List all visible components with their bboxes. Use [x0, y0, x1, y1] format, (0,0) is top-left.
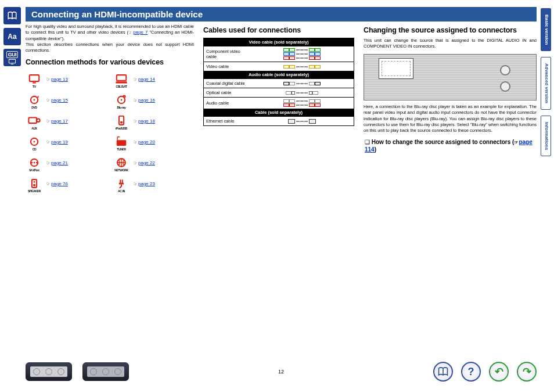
ipod-icon: iPod/USB — [113, 112, 130, 130]
device-cd: CD☞page 19 — [26, 132, 107, 151]
intro-line2: This section describes connections when … — [26, 42, 194, 53]
cable-name: Coaxial digital cable — [204, 79, 250, 88]
cable-section-header: Audio cable (sold separately) — [204, 71, 354, 79]
cable-visual — [250, 98, 354, 109]
device-bluray: Blu-ray☞page 16 — [113, 91, 194, 109]
aa-icon[interactable]: Aa — [3, 28, 21, 45]
page-footer: 12 ? ↶ ↷ — [26, 362, 537, 382]
device-link-ipod[interactable]: page 18 — [138, 118, 155, 124]
sub-h-a: How to change the source assigned to con… — [372, 139, 515, 145]
cbl-icon: CBL/SAT — [113, 70, 130, 88]
device-cbl: CBL/SAT☞page 14 — [113, 70, 194, 88]
svg-point-18 — [31, 162, 33, 164]
cable-name: Component video cable — [204, 46, 250, 62]
device-link-cd[interactable]: page 19 — [51, 139, 68, 145]
device-link-acin[interactable]: page 23 — [138, 181, 155, 186]
receiver-rear-button[interactable] — [82, 362, 129, 381]
svg-rect-0 — [9, 59, 15, 63]
svg-point-24 — [33, 184, 35, 186]
cable-name: Optical cable — [204, 88, 250, 98]
device-speaker: SPEAKER☞page 76 — [26, 174, 107, 193]
cable-visual — [250, 62, 354, 71]
aux-icon: AUX — [26, 112, 43, 130]
gui-icon[interactable]: GUI — [3, 49, 21, 66]
intro-page-link[interactable]: page 7 — [133, 30, 148, 35]
device-link-speaker[interactable]: page 76 — [51, 181, 68, 186]
device-mxport: M-XPort☞page 21 — [26, 153, 107, 172]
cable-name: Video cable — [204, 62, 250, 71]
svg-point-11 — [37, 119, 40, 123]
device-tv: TV☞page 13 — [26, 70, 107, 88]
svg-rect-4 — [116, 81, 127, 83]
device-link-dvd[interactable]: page 15 — [51, 98, 68, 103]
footer-left — [26, 362, 129, 381]
device-network: NETWORK☞page 22 — [113, 153, 194, 172]
svg-rect-1 — [30, 75, 39, 81]
cable-row: Optical cable — [204, 88, 354, 98]
svg-point-8 — [121, 99, 123, 101]
contents-button[interactable] — [433, 362, 453, 382]
tab-informations[interactable]: Informations — [541, 116, 551, 156]
device-link-tuner[interactable]: page 20 — [138, 139, 155, 145]
cable-visual — [250, 117, 354, 126]
page-title-banner: Connecting an HDMI-incompatible device — [26, 7, 537, 21]
cable-name: Audio cable — [204, 98, 250, 109]
svg-rect-10 — [28, 118, 37, 124]
device-link-network[interactable]: page 22 — [138, 160, 155, 166]
network-icon: NETWORK — [113, 154, 130, 171]
page-number: 12 — [278, 369, 284, 375]
device-tuner: TUNER☞page 20 — [113, 132, 194, 151]
device-link-tv[interactable]: page 13 — [51, 77, 68, 82]
cable-section-header: Video cable (sold separately) — [204, 38, 354, 46]
cable-table: Video cable (sold separately)Component v… — [203, 38, 354, 126]
svg-point-15 — [34, 141, 35, 143]
svg-rect-2 — [33, 82, 36, 84]
left-nav-strip: Aa GUI — [3, 7, 21, 66]
tab-advanced[interactable]: Advanced version — [541, 57, 551, 110]
heading-connection-methods: Connection methods for various devices — [26, 58, 194, 66]
source-p2: Here, a connection to the Blu-ray disc p… — [364, 104, 537, 134]
heading-cables: Cables used for connections — [203, 26, 354, 34]
sub-h-b: ) — [375, 146, 376, 153]
mxport-icon: M-XPort — [26, 154, 43, 171]
intro-text: For high quality video and surround play… — [26, 24, 194, 53]
cd-icon: CD — [26, 133, 43, 150]
footer-right: ? ↶ ↷ — [433, 362, 537, 382]
column-changing-source: Changing the source assigned to connecto… — [364, 24, 537, 193]
cable-row: Video cable — [204, 62, 354, 71]
device-aux: AUX☞page 17 — [26, 112, 107, 130]
tv-icon: TV — [26, 70, 43, 88]
cable-visual — [250, 79, 354, 88]
cable-row: Audio cable — [204, 98, 354, 109]
heading-changing-source: Changing the source assigned to connecto… — [364, 26, 537, 34]
svg-rect-16 — [117, 141, 127, 146]
receiver-front-button[interactable] — [26, 362, 72, 381]
device-dvd: DVD☞page 15 — [26, 91, 107, 109]
device-link-mxport[interactable]: page 21 — [51, 160, 68, 166]
source-p1: This unit can change the source that is … — [364, 38, 537, 49]
speaker-icon: SPEAKER — [26, 175, 43, 192]
svg-rect-3 — [117, 75, 127, 81]
device-ipod: iPod/USB☞page 18 — [113, 112, 194, 130]
side-tabs: Basic version Advanced version Informati… — [541, 8, 551, 156]
device-grid: TV☞page 13CBL/SAT☞page 14DVD☞page 15Blu-… — [26, 70, 194, 193]
svg-point-19 — [34, 162, 35, 164]
device-acin: AC IN☞page 23 — [113, 174, 194, 193]
svg-rect-9 — [123, 95, 125, 97]
cable-row: Ethernet cable — [204, 117, 354, 126]
cable-name: Ethernet cable — [204, 117, 250, 126]
next-page-button[interactable]: ↷ — [517, 362, 537, 382]
svg-point-13 — [120, 121, 123, 124]
device-link-cbl[interactable]: page 14 — [138, 77, 155, 82]
device-link-bluray[interactable]: page 16 — [138, 98, 155, 103]
help-button[interactable]: ? — [461, 362, 481, 382]
tuner-icon: TUNER — [113, 133, 130, 150]
device-link-aux[interactable]: page 17 — [51, 118, 68, 124]
svg-point-6 — [34, 99, 35, 101]
cable-row: Coaxial digital cable — [204, 79, 354, 88]
tab-basic[interactable]: Basic version — [541, 8, 551, 51]
cable-visual — [250, 46, 354, 62]
prev-page-button[interactable]: ↶ — [489, 362, 509, 382]
book-icon[interactable] — [3, 7, 21, 24]
svg-point-23 — [34, 181, 35, 183]
